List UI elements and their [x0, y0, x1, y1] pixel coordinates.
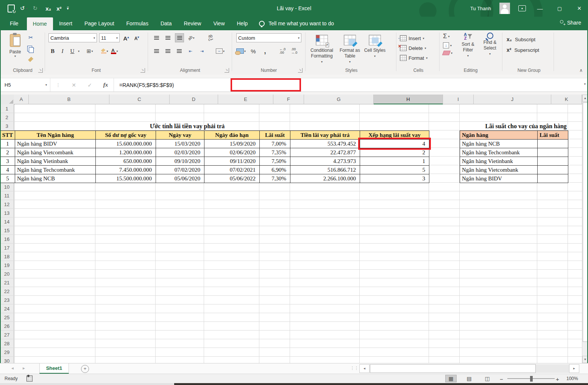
tab-insert[interactable]: Insert [53, 17, 78, 30]
align-middle-button[interactable] [164, 34, 172, 42]
cell-J8[interactable]: Ngân hàng Vietcombank [460, 165, 538, 174]
rate-table-header[interactable]: Lãi suất [537, 130, 568, 140]
cell-E9[interactable]: 05/06/2022 [204, 174, 260, 183]
tab-review[interactable]: Review [178, 17, 207, 30]
cell-H9[interactable]: 3 [360, 174, 429, 183]
align-bottom-button[interactable] [175, 33, 184, 42]
cell-A5[interactable]: 1 [0, 139, 15, 148]
cut-button[interactable]: ✂ [27, 33, 35, 42]
cell-B7[interactable]: Ngân hàng Vietinbank [15, 157, 96, 166]
cell-H7[interactable]: 1 [360, 157, 429, 166]
cancel-entry-button[interactable]: ✕ [66, 82, 82, 88]
scroll-right-icon[interactable]: ► [569, 364, 579, 373]
zoom-out-button[interactable]: − [500, 376, 503, 382]
user-name[interactable]: Tu Thanh [470, 6, 491, 11]
percent-style-button[interactable]: % [249, 47, 257, 55]
sheet-tab-active[interactable]: Sheet1 [39, 363, 69, 374]
cell-K9[interactable] [537, 174, 568, 183]
cell-K8[interactable] [537, 165, 568, 174]
number-format-combo[interactable]: Custom▾ [236, 33, 301, 42]
sheet-nav-left-icon[interactable]: ◄ [11, 366, 14, 370]
fill-color-button[interactable]: ▾ [100, 47, 108, 55]
cell-F8[interactable]: 6,90% [259, 165, 290, 174]
cell-D7[interactable]: 09/10/2020 [156, 157, 204, 166]
customize-qat-button[interactable]: ▾ [67, 7, 69, 10]
cell-G7[interactable]: 4.273.973 [290, 157, 360, 166]
loan-table-header[interactable]: Lãi suất [259, 130, 290, 140]
cells-area[interactable]: Ước tính lãi tiền vay phải trảSTTTên Ngâ… [0, 104, 582, 363]
insert-function-button[interactable]: fx [98, 82, 114, 88]
tab-help[interactable]: Help [231, 17, 254, 30]
cell-E5[interactable]: 15/09/2020 [204, 139, 260, 148]
cell-G6[interactable]: 22.472.877 [290, 148, 360, 157]
horizontal-scroll-thumb[interactable] [370, 364, 536, 373]
formula-bar-splitter[interactable]: ⋮ [50, 82, 66, 88]
subscript-button[interactable]: x₂Subscript [507, 34, 539, 45]
increase-indent-button[interactable]: ⇥ [198, 47, 206, 55]
align-top-button[interactable] [152, 34, 161, 42]
accounting-format-button[interactable]: ▾ [236, 47, 246, 55]
cell-K5[interactable] [537, 139, 568, 148]
paste-button[interactable]: Paste ▾ [5, 33, 25, 72]
loan-table-header[interactable]: STT [0, 130, 15, 140]
cell-K7[interactable] [537, 157, 568, 166]
cell-E7[interactable]: 09/11/2020 [204, 157, 260, 166]
cell-A8[interactable]: 4 [0, 165, 15, 174]
delete-cells-button[interactable]: Delete▾ [400, 43, 427, 53]
minimize-button[interactable]: — [534, 5, 546, 12]
cell-J7[interactable]: Ngân hàng Vietinbank [460, 157, 538, 166]
align-right-button[interactable] [175, 47, 183, 55]
cell-J9[interactable]: Ngân hàng BIDV [460, 174, 538, 183]
bold-button[interactable]: B [48, 47, 57, 55]
cell-B9[interactable]: Ngân hàng NCB [15, 174, 96, 183]
format-as-table-button[interactable]: Format as Table▾ [336, 32, 363, 73]
cell-E6[interactable]: 02/06/2020 [204, 148, 260, 157]
scroll-left-icon[interactable]: ◄ [359, 364, 370, 373]
underline-button[interactable]: U [68, 47, 76, 55]
wrap-text-button[interactable]: abc↵ [207, 34, 215, 42]
conditional-formatting-button[interactable]: ≠ Conditional Formatting▾ [307, 32, 336, 73]
cell-F6[interactable]: 7,35% [259, 148, 290, 157]
redo-button[interactable]: ↻▾ [33, 5, 41, 12]
cell-C9[interactable]: 15.500.000.000 [95, 174, 156, 183]
select-all-corner[interactable] [0, 95, 14, 105]
cell-H8[interactable]: 5 [360, 165, 429, 174]
increase-font-size-button[interactable]: A▴ [122, 34, 130, 42]
fill-button[interactable]: ↓▾ [443, 42, 452, 48]
cell-D6[interactable]: 02/03/2020 [156, 148, 204, 157]
ribbon-display-options-icon[interactable]: ▲ [518, 5, 526, 11]
new-sheet-button[interactable]: + [81, 365, 89, 373]
loan-table-header[interactable]: Ngày vay [156, 130, 204, 140]
tab-data[interactable]: Data [154, 17, 178, 30]
column-header-F[interactable]: F [273, 95, 304, 104]
font-size-combo[interactable]: 11▾ [99, 33, 120, 42]
format-painter-button[interactable] [27, 55, 35, 64]
font-dialog-launcher-icon[interactable]: ↘ [140, 68, 145, 73]
column-header-K[interactable]: K [551, 95, 582, 104]
decrease-font-size-button[interactable]: A▾ [133, 34, 141, 42]
macro-record-icon[interactable] [27, 376, 33, 382]
insert-cells-button[interactable]: Insert▾ [400, 33, 427, 43]
tab-home[interactable]: Home [27, 17, 53, 30]
format-cells-button[interactable]: Format▾ [400, 53, 427, 63]
cell-styles-button[interactable]: Cell Styles▾ [363, 32, 386, 73]
undo-button[interactable]: ↺▾ [20, 5, 28, 12]
rate-table-header[interactable]: Ngân hàng [460, 130, 538, 140]
increase-decimal-button[interactable]: ←.0.00 [278, 47, 287, 55]
avatar[interactable] [499, 3, 510, 14]
cell-B5[interactable]: Ngân hàng BIDV [15, 139, 96, 148]
column-header-B[interactable]: B [29, 95, 109, 104]
cell-C5[interactable]: 15.600.000.000 [95, 139, 156, 148]
align-center-button[interactable] [164, 47, 172, 55]
formula-input[interactable]: =RANK(F5;$F$5:$F$9) ▾ [114, 78, 588, 92]
loan-table-header[interactable]: Ngày đáo hạn [204, 130, 260, 140]
clear-button[interactable]: ▾ [443, 51, 452, 55]
cell-D8[interactable]: 07/02/2020 [156, 165, 204, 174]
sheet-nav-right-icon[interactable]: ► [22, 366, 26, 370]
cell-C7[interactable]: 650.000.000 [95, 157, 156, 166]
cell-C6[interactable]: 1.200.000.000 [95, 148, 156, 157]
tab-file[interactable]: File [2, 17, 27, 30]
zoom-in-button[interactable]: + [556, 376, 559, 382]
cell-J5[interactable]: Ngân hàng NCB [460, 139, 538, 148]
find-select-button[interactable]: Find & Select▾ [479, 33, 501, 57]
